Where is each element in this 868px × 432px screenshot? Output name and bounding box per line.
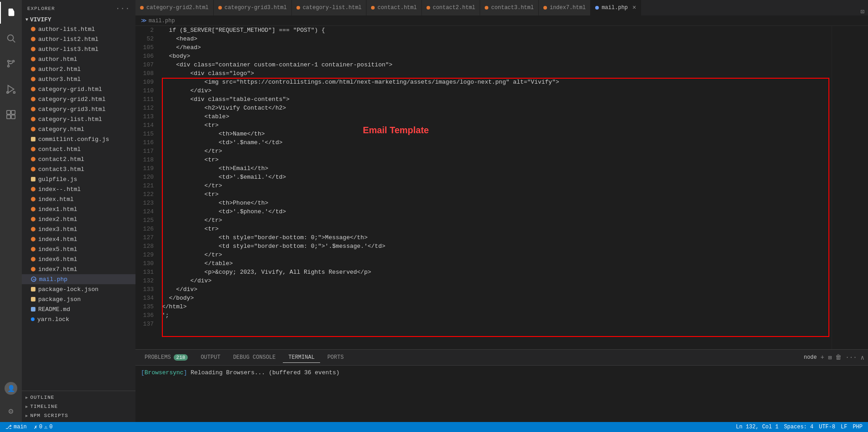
file-item-index4-html[interactable]: index4.html bbox=[22, 234, 135, 244]
svg-point-0 bbox=[8, 35, 14, 41]
file-item-index2-html[interactable]: index2.html bbox=[22, 214, 135, 224]
panel-tab-problems[interactable]: PROBLEMS218 bbox=[139, 352, 193, 362]
file-dot bbox=[31, 267, 35, 271]
timeline-section[interactable]: ▶ TIMELINE bbox=[22, 402, 135, 411]
file-item-author-list2-html[interactable]: author-list2.html bbox=[22, 34, 135, 44]
tab-contact2[interactable]: contact2.html bbox=[422, 0, 481, 15]
file-item-author-list3-html[interactable]: author-list3.html bbox=[22, 44, 135, 54]
file-encoding[interactable]: UTF-8 bbox=[817, 424, 837, 430]
file-dot bbox=[31, 57, 35, 61]
close-panel-icon[interactable]: ∧ bbox=[861, 354, 864, 362]
terminal-bracket2: ] bbox=[184, 369, 187, 376]
panel-tab-terminal[interactable]: TERMINAL bbox=[283, 352, 320, 363]
tab-contact3[interactable]: contact3.html bbox=[480, 0, 539, 15]
file-name: commitlint.config.js bbox=[38, 136, 109, 143]
code-content[interactable]: if ($_SERVER["REQUEST_METHOD"] === "POST… bbox=[158, 26, 832, 349]
line-ending[interactable]: LF bbox=[839, 424, 849, 430]
file-item-package-json[interactable]: package.json bbox=[22, 294, 135, 304]
indentation[interactable]: Spaces: 4 bbox=[782, 424, 815, 430]
file-dot bbox=[31, 197, 35, 201]
line-number-112: 112 bbox=[135, 104, 154, 112]
line-number-118: 118 bbox=[135, 156, 154, 164]
file-item-index3-html[interactable]: index3.html bbox=[22, 224, 135, 234]
timeline-label: TIMELINE bbox=[30, 404, 58, 409]
tab-dot-category-list bbox=[296, 6, 300, 10]
line-number-121: 121 bbox=[135, 181, 154, 190]
file-item-commitlint-config-js[interactable]: commitlint.config.js bbox=[22, 134, 135, 144]
tab-category-list[interactable]: category-list.html bbox=[292, 0, 367, 15]
file-dot bbox=[31, 67, 35, 71]
file-item-index---html[interactable]: index--.html bbox=[22, 184, 135, 194]
code-editor[interactable]: 2521051061071081091101111121131141151161… bbox=[135, 26, 868, 349]
file-item-mail-php[interactable]: ≫mail.php bbox=[22, 274, 135, 284]
tab-category-grid3[interactable]: category-grid3.html bbox=[214, 0, 292, 15]
encoding-label: UTF-8 bbox=[819, 424, 835, 430]
file-item-README-md[interactable]: README.md bbox=[22, 304, 135, 314]
add-terminal-icon[interactable]: + bbox=[821, 354, 824, 361]
file-item-contact2-html[interactable]: contact2.html bbox=[22, 154, 135, 164]
editor-area: 2521051061071081091101111121131141151161… bbox=[135, 26, 868, 422]
file-item-index5-html[interactable]: index5.html bbox=[22, 244, 135, 254]
file-item-index-html[interactable]: index.html bbox=[22, 194, 135, 204]
tab-contact[interactable]: contact.html bbox=[366, 0, 421, 15]
svg-rect-8 bbox=[7, 111, 10, 114]
tab-index7[interactable]: index7.html bbox=[539, 0, 591, 15]
git-branch[interactable]: ⎇ main bbox=[4, 422, 29, 432]
settings-icon[interactable]: ⚙ bbox=[0, 400, 22, 422]
code-line-117: </tr> bbox=[162, 147, 832, 156]
file-name: index2.html bbox=[38, 216, 77, 223]
npm-scripts-section[interactable]: ▶ NPM SCRIPTS bbox=[22, 411, 135, 420]
file-item-category-grid2-html[interactable]: category-grid2.html bbox=[22, 94, 135, 104]
split-terminal-icon[interactable]: ⊞ bbox=[828, 354, 832, 362]
file-item-author3-html[interactable]: author3.html bbox=[22, 74, 135, 84]
file-name: index5.html bbox=[38, 246, 77, 253]
file-item-contact3-html[interactable]: contact3.html bbox=[22, 164, 135, 174]
language-mode[interactable]: PHP bbox=[851, 424, 864, 430]
user-avatar[interactable]: 👤 bbox=[5, 382, 17, 395]
file-item-yarn-lock[interactable]: yarn.lock bbox=[22, 314, 135, 324]
explorer-menu-icon[interactable]: ··· bbox=[115, 5, 130, 13]
explorer-icon[interactable] bbox=[0, 2, 22, 24]
extensions-icon[interactable] bbox=[0, 104, 22, 126]
search-icon[interactable] bbox=[0, 27, 22, 49]
file-item-contact-html[interactable]: contact.html bbox=[22, 144, 135, 154]
branch-name: main bbox=[14, 424, 27, 430]
folder-vivify[interactable]: ▼ VIVIFY bbox=[22, 15, 135, 24]
cursor-position[interactable]: Ln 132, Col 1 bbox=[734, 424, 781, 430]
file-item-gulpfile-js[interactable]: gulpfile.js bbox=[22, 174, 135, 184]
panel-tab-debug-console[interactable]: DEBUG CONSOLE bbox=[228, 352, 281, 362]
tab-close-mail[interactable]: × bbox=[632, 5, 636, 11]
code-line-129: </tr> bbox=[162, 251, 832, 259]
panel-tab-output[interactable]: OUTPUT bbox=[195, 352, 226, 362]
split-editor-icon[interactable]: ⊡ bbox=[861, 8, 864, 15]
more-icon[interactable]: ··· bbox=[845, 354, 857, 361]
file-item-author-list-html[interactable]: author-list.html bbox=[22, 24, 135, 34]
file-dot bbox=[31, 117, 35, 121]
file-item-category-grid-html[interactable]: category-grid.html bbox=[22, 84, 135, 94]
tab-category-grid2[interactable]: category-grid2.html bbox=[135, 0, 214, 15]
file-item-index1-html[interactable]: index1.html bbox=[22, 204, 135, 214]
error-count[interactable]: ✗ 0 ⚠ 0 bbox=[32, 422, 55, 432]
line-number-115: 115 bbox=[135, 130, 154, 138]
file-item-category-html[interactable]: category.html bbox=[22, 124, 135, 134]
tab-mail[interactable]: mail.php× bbox=[591, 0, 641, 15]
file-item-category-list-html[interactable]: category-list.html bbox=[22, 114, 135, 124]
file-item-index6-html[interactable]: index6.html bbox=[22, 254, 135, 264]
panel-content[interactable]: [Browsersync] Reloading Browsers... (buf… bbox=[135, 366, 868, 422]
code-line-130: </table> bbox=[162, 259, 832, 268]
line-number-111: 111 bbox=[135, 95, 154, 104]
file-item-index7-html[interactable]: index7.html bbox=[22, 264, 135, 274]
language-label: PHP bbox=[853, 424, 863, 430]
file-item-package-lock-json[interactable]: package-lock.json bbox=[22, 284, 135, 294]
file-name: yarn.lock bbox=[37, 316, 69, 323]
trash-icon[interactable]: 🗑 bbox=[835, 354, 842, 361]
file-item-author2-html[interactable]: author2.html bbox=[22, 64, 135, 74]
file-dot bbox=[31, 307, 35, 311]
run-debug-icon[interactable] bbox=[0, 78, 22, 100]
code-line-120: <td>'.$email.'</td> bbox=[162, 173, 832, 181]
panel-tab-ports[interactable]: PORTS bbox=[322, 352, 349, 362]
outline-section[interactable]: ▶ OUTLINE bbox=[22, 393, 135, 402]
source-control-icon[interactable] bbox=[0, 53, 22, 75]
file-item-author-html[interactable]: author.html bbox=[22, 54, 135, 64]
file-item-category-grid3-html[interactable]: category-grid3.html bbox=[22, 104, 135, 114]
